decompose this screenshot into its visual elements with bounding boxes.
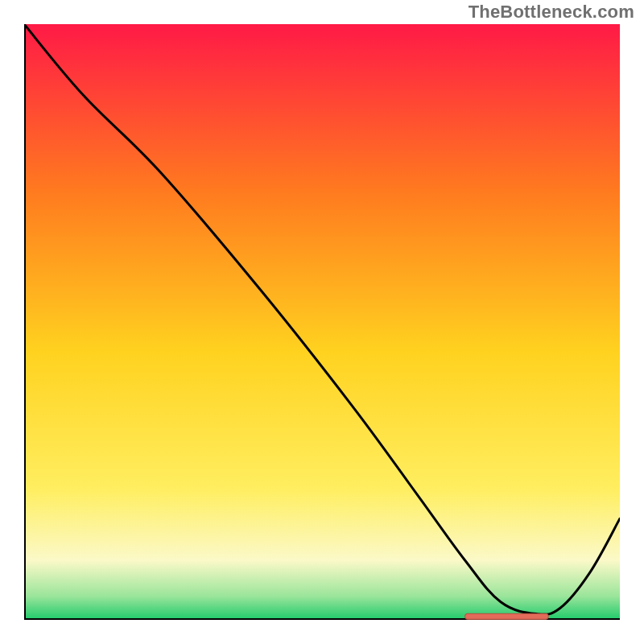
chart-stage: TheBottleneck.com [0,0,644,644]
gradient-background [24,24,620,620]
optimal-range-marker [465,613,549,619]
watermark-text: TheBottleneck.com [469,2,634,23]
plot-svg [24,24,620,620]
plot-frame [24,24,620,620]
